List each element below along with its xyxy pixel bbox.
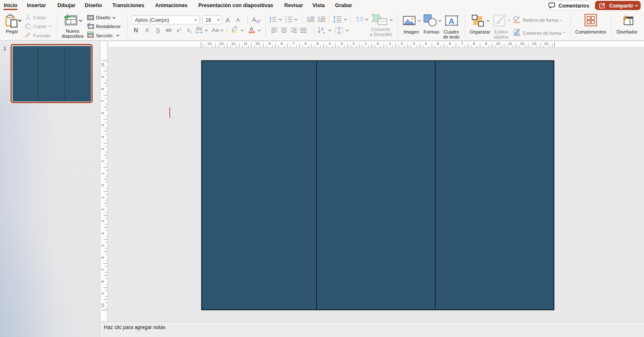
svg-text:10: 10 [496, 41, 500, 46]
svg-text:2: 2 [101, 208, 105, 210]
svg-text:0: 0 [101, 184, 105, 186]
svg-text:12: 12 [520, 41, 524, 46]
svg-text:0: 0 [377, 41, 379, 46]
svg-text:11: 11 [508, 41, 512, 46]
svg-text:4: 4 [329, 41, 331, 46]
svg-text:14: 14 [207, 41, 211, 46]
svg-text:4: 4 [101, 136, 105, 138]
svg-text:13: 13 [219, 41, 223, 46]
svg-text:6: 6 [101, 112, 105, 114]
svg-text:3: 3 [101, 148, 105, 150]
svg-text:8: 8 [101, 280, 105, 283]
svg-text:4: 4 [101, 232, 105, 234]
svg-text:7: 7 [101, 268, 105, 270]
svg-text:3: 3 [340, 41, 343, 46]
svg-text:8: 8 [473, 41, 475, 46]
svg-text:8: 8 [280, 41, 283, 46]
svg-text:3: 3 [285, 21, 286, 23]
svg-text:5: 5 [317, 41, 319, 46]
svg-text:11: 11 [244, 41, 247, 46]
svg-text:9: 9 [485, 41, 487, 46]
svg-text:7: 7 [101, 100, 105, 102]
svg-text:1: 1 [365, 41, 367, 46]
svg-text:3: 3 [413, 41, 415, 46]
svg-text:5: 5 [101, 244, 105, 246]
svg-text:8: 8 [101, 88, 105, 90]
svg-text:10: 10 [255, 41, 260, 46]
svg-text:A: A [449, 17, 454, 26]
svg-text:14: 14 [544, 41, 548, 46]
svg-text:9: 9 [101, 76, 105, 78]
svg-text:1: 1 [101, 172, 105, 174]
svg-text:13: 13 [532, 41, 536, 46]
svg-text:1: 1 [101, 196, 105, 198]
svg-text:6: 6 [101, 257, 105, 259]
svg-text:9: 9 [268, 41, 270, 46]
svg-text:4: 4 [425, 41, 427, 46]
svg-text:7: 7 [461, 41, 463, 46]
svg-text:6: 6 [304, 41, 306, 46]
svg-text:7: 7 [293, 41, 295, 46]
svg-text:5: 5 [101, 124, 105, 126]
svg-text:3: 3 [101, 220, 105, 223]
svg-text:2: 2 [401, 41, 403, 46]
svg-text:10: 10 [101, 63, 105, 67]
svg-text:2: 2 [101, 160, 105, 162]
svg-text:1: 1 [389, 41, 391, 46]
svg-text:A: A [321, 26, 324, 31]
svg-text:6: 6 [449, 41, 451, 46]
svg-text:5: 5 [437, 41, 439, 46]
svg-text:12: 12 [231, 41, 236, 46]
svg-text:9: 9 [101, 293, 105, 295]
svg-text:2: 2 [353, 41, 355, 46]
svg-text:10: 10 [101, 303, 105, 308]
